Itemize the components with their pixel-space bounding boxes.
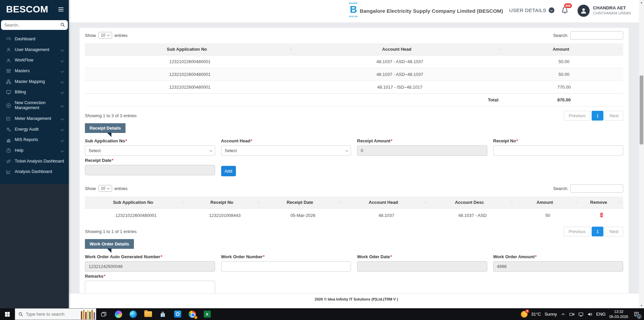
scrollbar-down-button[interactable]: ▼ bbox=[639, 303, 644, 308]
weather-temperature[interactable]: 31°C bbox=[531, 312, 541, 317]
work-order-date-field[interactable] bbox=[357, 261, 487, 272]
plus-circle-icon bbox=[6, 103, 11, 108]
user-details-menu[interactable]: USER DETAILS bbox=[509, 7, 554, 13]
sidebar-item-user-management[interactable]: User Management bbox=[0, 45, 69, 55]
work-order-number-field[interactable] bbox=[221, 261, 351, 272]
sidebar-item-dashboard[interactable]: Dashboard bbox=[0, 34, 69, 45]
meet-now-icon[interactable] bbox=[569, 312, 575, 317]
sidebar-search-input[interactable] bbox=[1, 20, 68, 30]
sort-icon bbox=[499, 47, 502, 51]
receipt-date-field[interactable] bbox=[85, 165, 215, 175]
pagination: Previous 1 Next bbox=[562, 227, 623, 236]
sidebar-item-energy-audit[interactable]: Energy Audit bbox=[0, 124, 69, 135]
column-header[interactable]: Receipt No bbox=[187, 196, 263, 209]
file-explorer-icon[interactable] bbox=[141, 308, 155, 320]
network-icon[interactable] bbox=[578, 312, 584, 317]
chrome-browser-icon[interactable] bbox=[185, 308, 200, 320]
clock-date: 05-03-2026 bbox=[609, 314, 628, 319]
field-label: Receipt Amount* bbox=[357, 138, 487, 143]
column-header[interactable]: Account Head bbox=[295, 43, 505, 55]
search-highlight-image[interactable] bbox=[80, 309, 96, 319]
remove-row-button[interactable] bbox=[599, 212, 604, 219]
rows-icon bbox=[6, 68, 11, 74]
scrollbar-thumb[interactable] bbox=[640, 76, 643, 144]
task-view-button[interactable] bbox=[96, 308, 111, 320]
sub-application-no-select[interactable]: Select bbox=[85, 145, 215, 156]
sidebar-item-meter-management[interactable]: Meter Management bbox=[0, 113, 69, 124]
chevron-down-icon bbox=[61, 80, 64, 83]
taskbar-clock[interactable]: 13:32 05-03-2026 bbox=[609, 309, 628, 319]
previous-page-button[interactable]: Previous bbox=[564, 111, 590, 121]
field-label: Work Order Amount* bbox=[493, 254, 624, 259]
receipt-no-field[interactable] bbox=[493, 145, 624, 156]
page-number-button[interactable]: 1 bbox=[592, 111, 603, 121]
sidebar-item-ticket-analysis-dashboard[interactable]: Ticket Analysis Dashboard bbox=[0, 156, 69, 167]
sitemap-icon bbox=[6, 79, 11, 84]
sidebar-item-analysis-dashboard[interactable]: Analysis Dashboard bbox=[0, 167, 69, 177]
bescom-logo-mark: B bbox=[348, 4, 358, 15]
search-label: Search: bbox=[553, 33, 568, 38]
add-button[interactable]: Add bbox=[221, 166, 236, 176]
sidebar-item-billing[interactable]: Billing bbox=[0, 87, 69, 98]
volume-icon[interactable] bbox=[587, 312, 593, 317]
clock-time: 13:32 bbox=[609, 309, 628, 314]
account-head-select[interactable]: Select bbox=[221, 145, 351, 156]
weather-description[interactable]: Sunny bbox=[545, 312, 557, 317]
table-search-input[interactable] bbox=[570, 184, 623, 193]
taskbar-search-input[interactable] bbox=[26, 312, 73, 317]
sidebar-item-workflow[interactable]: WorkFlow bbox=[0, 55, 69, 66]
microsoft-store-icon[interactable] bbox=[155, 308, 170, 320]
column-header[interactable]: Sub Application No bbox=[85, 43, 295, 55]
outlook-icon[interactable] bbox=[170, 308, 185, 320]
sidebar-item-masters[interactable]: Masters bbox=[0, 66, 69, 77]
start-button[interactable] bbox=[0, 308, 15, 320]
notifications-button[interactable]: 899 bbox=[561, 6, 569, 16]
sort-icon bbox=[290, 47, 292, 51]
column-header[interactable]: Amount bbox=[515, 196, 580, 209]
work-order-amount-field: 4998 bbox=[493, 261, 624, 272]
excel-icon[interactable] bbox=[200, 308, 214, 320]
edge-browser-icon[interactable] bbox=[126, 308, 141, 320]
gauge-icon bbox=[6, 37, 11, 42]
work-order-auto-number-field: 12321242500048 bbox=[85, 261, 215, 272]
scrollbar-up-button[interactable]: ▲ bbox=[639, 0, 644, 5]
line-chart-icon bbox=[6, 169, 11, 174]
screen: BESCOM Dashboard User Management WorkFlo… bbox=[0, 0, 644, 320]
taskbar-search[interactable] bbox=[15, 308, 96, 320]
monitor-icon bbox=[6, 90, 11, 95]
bar-chart-icon bbox=[6, 138, 11, 143]
chevron-down-icon bbox=[61, 149, 64, 152]
sidebar-item-new-connection-management[interactable]: New Connection Management bbox=[0, 98, 69, 113]
chevron-down-icon bbox=[61, 138, 64, 142]
next-page-button[interactable]: Next bbox=[605, 227, 623, 236]
required-marker: * bbox=[104, 274, 105, 279]
sidebar-item-master-mapping[interactable]: Master Mapping bbox=[0, 77, 69, 87]
table-search-input[interactable] bbox=[570, 31, 623, 40]
user-name: CHANDRA AET bbox=[593, 5, 631, 10]
page-size-select[interactable]: 10 bbox=[98, 32, 112, 39]
table-row: 12321022600480001 48.1037 - ASD~48.1037 … bbox=[85, 55, 623, 68]
action-center-icon[interactable]: 1 bbox=[632, 308, 641, 320]
avatar[interactable] bbox=[578, 5, 590, 17]
sidebar-item-help[interactable]: Help bbox=[0, 145, 69, 156]
field-label: Work Oder Date* bbox=[357, 254, 487, 259]
page-size-select[interactable]: 10 bbox=[98, 185, 112, 192]
column-header[interactable]: Account Desc bbox=[430, 196, 516, 209]
copilot-icon[interactable] bbox=[111, 308, 126, 320]
hamburger-icon[interactable] bbox=[58, 6, 64, 13]
weather-icon[interactable]: 5 bbox=[521, 311, 528, 318]
language-indicator[interactable]: ENG bbox=[596, 312, 606, 317]
next-page-button[interactable]: Next bbox=[605, 111, 623, 121]
column-header[interactable]: Receipt Date bbox=[262, 196, 343, 209]
column-header[interactable]: Sub Application No bbox=[85, 196, 187, 209]
column-header[interactable]: Remove bbox=[580, 196, 623, 209]
tray-expand-chevron-icon[interactable] bbox=[561, 312, 565, 317]
bescom-logo: B BESCOM bbox=[347, 3, 360, 17]
user-info[interactable]: CHANDRA AET CHINTHAMANI URBAN bbox=[593, 5, 631, 15]
column-header[interactable]: Account Head bbox=[343, 196, 430, 209]
page-number-button[interactable]: 1 bbox=[592, 227, 603, 236]
previous-page-button[interactable]: Previous bbox=[564, 227, 590, 236]
column-header[interactable]: Amount bbox=[505, 43, 623, 55]
sidebar-item-mis-reports[interactable]: MIS Reports bbox=[0, 135, 69, 145]
scrollbar[interactable]: ▲ ▼ bbox=[639, 0, 644, 308]
